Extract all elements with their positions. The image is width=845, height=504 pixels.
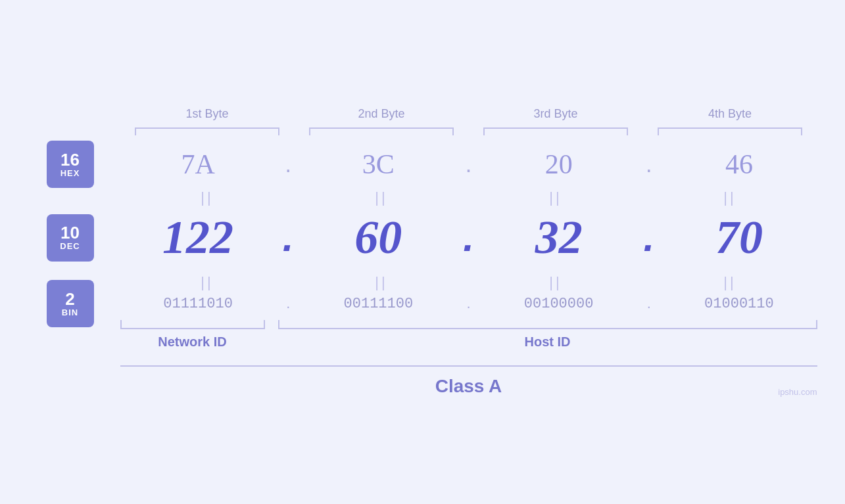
dec-byte-2: 60	[306, 210, 450, 265]
bin-dot-1: .	[281, 295, 295, 312]
byte-header-4: 4th Byte	[658, 107, 802, 121]
hex-byte-4: 46	[667, 149, 811, 180]
bin-byte-4: 01000110	[667, 296, 811, 312]
bin-dot-2: .	[462, 295, 475, 312]
bin-byte-3: 00100000	[487, 296, 631, 312]
hex-dot-1: .	[281, 150, 295, 178]
hex-byte-1: 7A	[126, 149, 270, 180]
equals-1: ||	[135, 189, 279, 206]
dec-byte-4: 70	[667, 210, 811, 265]
byte-header-2: 2nd Byte	[309, 107, 454, 121]
class-label: Class A	[435, 376, 502, 396]
network-id-bracket	[120, 320, 265, 329]
dec-badge: 10 DEC	[47, 214, 94, 262]
bracket-top-2	[309, 127, 454, 135]
bin-badge: 2 BIN	[47, 280, 94, 327]
class-row: Class A ipshu.com	[120, 365, 817, 397]
equals-b-2: ||	[309, 274, 454, 291]
byte-header-3: 3rd Byte	[483, 107, 628, 121]
dec-dot-1: .	[281, 215, 295, 260]
host-id-bracket	[278, 320, 817, 329]
hex-byte-3: 20	[487, 149, 631, 180]
equals-b-1: ||	[135, 274, 279, 291]
host-id-label: Host ID	[278, 334, 817, 350]
bin-byte-1: 01111010	[126, 296, 270, 312]
dec-byte-3: 32	[487, 210, 631, 265]
bin-dot-3: .	[642, 295, 656, 312]
equals-2: ||	[309, 189, 454, 206]
hex-dot-3: .	[642, 150, 656, 178]
equals-b-3: ||	[483, 274, 628, 291]
network-id-label: Network ID	[120, 334, 265, 350]
bin-byte-2: 00111100	[306, 296, 450, 312]
hex-byte-2: 3C	[306, 149, 450, 180]
equals-b-4: ||	[658, 274, 802, 291]
dec-byte-1: 122	[126, 210, 270, 265]
equals-4: ||	[658, 189, 802, 206]
dec-dot-3: .	[642, 215, 656, 260]
equals-3: ||	[483, 189, 628, 206]
bracket-top-3	[483, 127, 628, 135]
hex-badge: 16 HEX	[47, 141, 94, 188]
dec-dot-2: .	[462, 215, 475, 260]
byte-header-1: 1st Byte	[135, 107, 279, 121]
bracket-top-1	[135, 127, 279, 135]
bracket-top-4	[658, 127, 802, 135]
hex-dot-2: .	[462, 150, 475, 178]
watermark: ipshu.com	[778, 387, 817, 397]
